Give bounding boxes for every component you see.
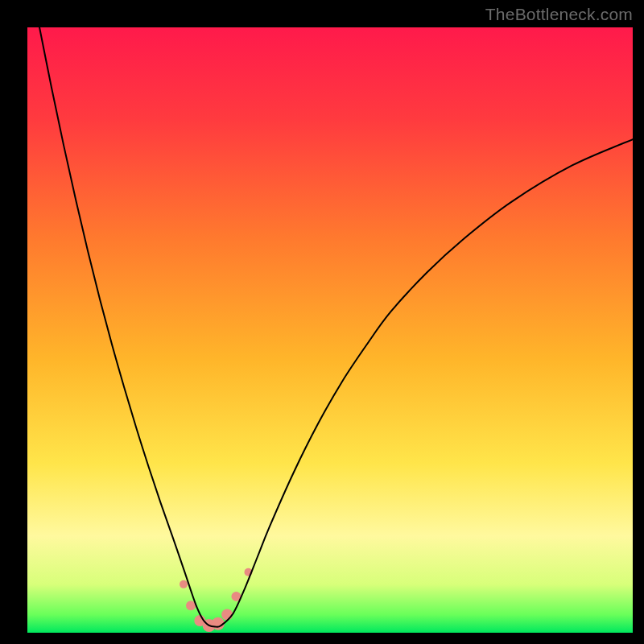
curve-marker — [221, 609, 233, 620]
plot-svg — [27, 27, 633, 633]
plot-area — [27, 27, 633, 633]
chart-frame: TheBottleneck.com — [0, 0, 644, 644]
gradient-background — [27, 27, 633, 633]
watermark-text: TheBottleneck.com — [485, 5, 633, 24]
curve-marker — [180, 580, 188, 588]
